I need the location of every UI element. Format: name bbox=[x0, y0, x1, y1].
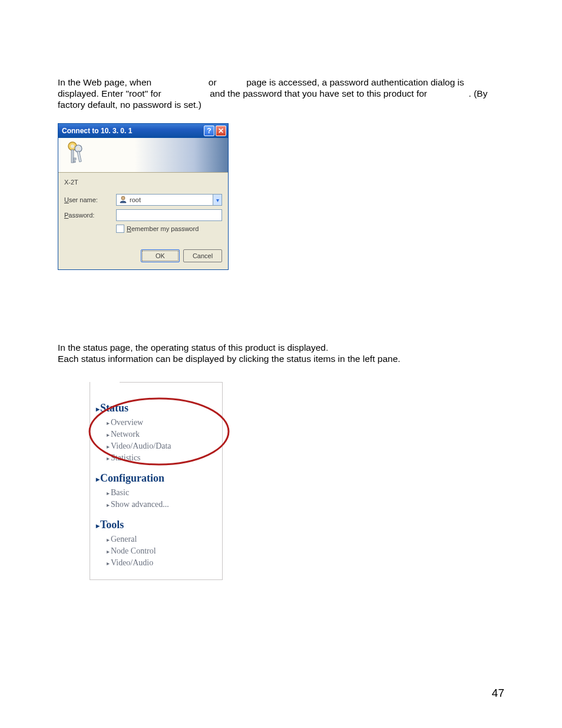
remember-checkbox[interactable] bbox=[116, 225, 124, 233]
nav-head-tools[interactable]: ▸Tools bbox=[96, 519, 216, 531]
text: . (By bbox=[469, 88, 488, 98]
caret-right-icon: ▸ bbox=[96, 522, 100, 531]
ok-button[interactable]: OK bbox=[141, 249, 180, 262]
nav-item-overview[interactable]: ▸Overview bbox=[96, 417, 216, 429]
nav-item-video-audio[interactable]: ▸Video/Audio bbox=[96, 557, 216, 569]
nav-head-status[interactable]: ▸Status bbox=[96, 402, 216, 414]
auth-dialog: Connect to 10. 3. 0. 1 ? ✕ X-2T User nam… bbox=[58, 123, 229, 270]
username-field[interactable]: root ▾ bbox=[116, 194, 222, 206]
svg-point-8 bbox=[121, 196, 125, 200]
text: In the status page, the operating status… bbox=[58, 342, 328, 353]
dialog-title-bar: Connect to 10. 3. 0. 1 ? ✕ bbox=[58, 124, 228, 138]
password-label: Password: bbox=[64, 212, 116, 219]
nav-item-general[interactable]: ▸General bbox=[96, 533, 216, 545]
page-number: 47 bbox=[492, 687, 504, 700]
svg-point-1 bbox=[71, 144, 74, 148]
user-icon bbox=[119, 195, 127, 205]
text: and the password that you have set to th… bbox=[210, 88, 429, 98]
nav-item-video-audio-data[interactable]: ▸Video/Audio/Data bbox=[96, 440, 216, 452]
text: In the Web page, when bbox=[58, 77, 154, 87]
svg-rect-7 bbox=[77, 151, 81, 162]
username-value: root bbox=[130, 196, 213, 203]
text: page is accessed, a password authenticat… bbox=[246, 77, 464, 87]
nav-item-statistics[interactable]: ▸Statistics bbox=[96, 452, 216, 464]
dialog-banner bbox=[58, 138, 228, 173]
svg-rect-3 bbox=[74, 158, 76, 160]
svg-point-6 bbox=[77, 147, 80, 150]
nav-item-show-advanced[interactable]: ▸Show advanced... bbox=[96, 499, 216, 510]
text: Each status information can be displayed… bbox=[58, 354, 401, 364]
password-field[interactable] bbox=[116, 209, 222, 221]
text: displayed. Enter "root" for bbox=[58, 88, 164, 98]
chevron-down-icon[interactable]: ▾ bbox=[213, 195, 222, 205]
svg-rect-4 bbox=[74, 161, 75, 163]
remember-label: Remember my password bbox=[127, 225, 199, 232]
nav-head-configuration[interactable]: ▸Configuration bbox=[96, 472, 216, 485]
text: or bbox=[209, 77, 219, 87]
close-icon[interactable]: ✕ bbox=[216, 126, 226, 136]
nav-item-node-control[interactable]: ▸Node Control bbox=[96, 545, 216, 557]
realm-label: X-2T bbox=[64, 179, 222, 186]
text: factory default, no password is set.) bbox=[58, 100, 201, 110]
dialog-title: Connect to 10. 3. 0. 1 bbox=[62, 127, 132, 135]
nav-item-network[interactable]: ▸Network bbox=[96, 429, 216, 440]
svg-rect-2 bbox=[71, 150, 74, 163]
nav-item-basic[interactable]: ▸Basic bbox=[96, 487, 216, 499]
nav-panel: ▸Status ▸Overview ▸Network ▸Video/Audio/… bbox=[90, 382, 223, 580]
help-icon[interactable]: ? bbox=[204, 126, 214, 136]
cancel-button[interactable]: Cancel bbox=[183, 249, 222, 262]
caret-right-icon: ▸ bbox=[96, 405, 100, 414]
keys-icon bbox=[64, 140, 87, 166]
username-label: User name: bbox=[64, 196, 116, 203]
caret-right-icon: ▸ bbox=[96, 475, 100, 484]
